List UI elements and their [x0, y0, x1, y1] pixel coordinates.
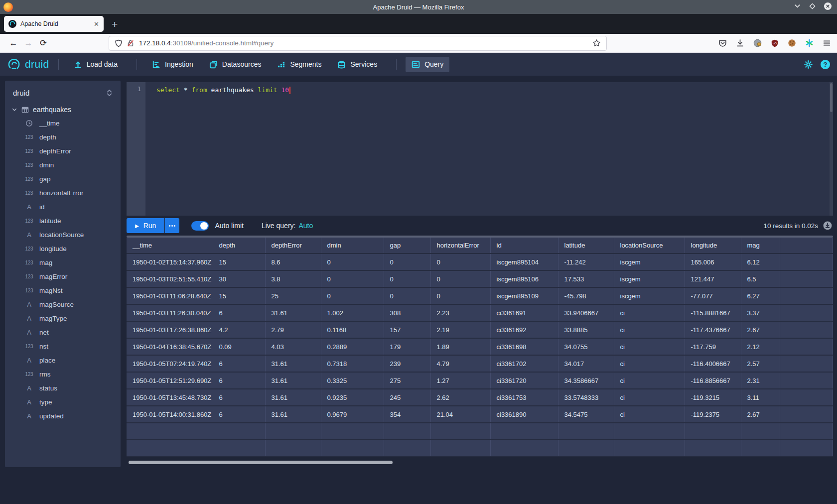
table-cell[interactable]: 31.61 — [265, 372, 321, 389]
table-cell[interactable]: -116.4006667 — [685, 355, 741, 372]
table-cell[interactable]: ci — [614, 372, 685, 389]
table-cell[interactable]: ci — [614, 338, 685, 355]
table-cell[interactable]: 0 — [321, 270, 384, 287]
table-cell[interactable]: 6 — [213, 372, 265, 389]
sidebar-column-magNst[interactable]: 123magNst — [5, 283, 121, 297]
table-cell[interactable]: 179 — [384, 338, 430, 355]
column-header-gap[interactable]: gap — [384, 238, 430, 253]
column-header-__time[interactable]: __time — [127, 238, 213, 253]
help-icon[interactable]: ? — [821, 60, 830, 69]
table-cell[interactable]: 34.5475 — [558, 406, 614, 423]
table-cell[interactable]: 275 — [384, 372, 430, 389]
table-cell[interactable]: 1950-01-05T07:24:19.740Z — [127, 355, 213, 372]
table-cell[interactable]: 4.2 — [213, 321, 265, 338]
table-cell[interactable]: ci — [614, 304, 685, 321]
table-cell[interactable]: 0.2889 — [321, 338, 384, 355]
sidebar-column-rms[interactable]: 123rms — [5, 367, 121, 381]
table-cell[interactable]: ci3361698 — [490, 338, 558, 355]
table-cell[interactable]: 1950-01-05T13:45:48.730Z — [127, 389, 213, 406]
tab-apache-druid[interactable]: Apache Druid ✕ — [4, 16, 104, 32]
table-cell[interactable]: 0 — [321, 253, 384, 270]
table-cell[interactable]: iscgem — [614, 270, 685, 287]
table-cell[interactable]: 157 — [384, 321, 430, 338]
run-button[interactable]: ▶ Run — [127, 218, 164, 233]
reload-button[interactable]: ⟳ — [36, 38, 51, 48]
horizontal-scrollbar[interactable] — [127, 460, 833, 465]
table-cell[interactable]: 1950-01-05T14:00:31.860Z — [127, 406, 213, 423]
druid-logo[interactable]: druid — [7, 57, 49, 72]
table-cell[interactable]: ci — [614, 355, 685, 372]
nav-item-segments[interactable]: Segments — [271, 57, 327, 72]
table-cell[interactable]: 0.7318 — [321, 355, 384, 372]
table-cell[interactable]: 25 — [265, 287, 321, 304]
nav-item-ingestion[interactable]: Ingestion — [146, 57, 199, 72]
settings-gear-icon[interactable] — [804, 60, 813, 69]
table-cell[interactable]: 6 — [213, 389, 265, 406]
url-bar[interactable]: 172.18.0.4:30109/unified-console.html#qu… — [109, 36, 607, 51]
table-cell[interactable]: 1.27 — [430, 372, 490, 389]
tab-close-icon[interactable]: ✕ — [94, 21, 99, 27]
table-cell[interactable]: 0 — [384, 270, 430, 287]
table-cell[interactable]: iscgem — [614, 287, 685, 304]
auto-limit-toggle[interactable] — [191, 221, 209, 231]
window-minimize-icon[interactable] — [794, 2, 801, 12]
table-cell[interactable]: 8.6 — [265, 253, 321, 270]
sidebar-column-updated[interactable]: Aupdated — [5, 409, 121, 423]
table-cell[interactable]: -117.4376667 — [685, 321, 741, 338]
back-button[interactable]: ← — [6, 38, 21, 48]
table-cell[interactable]: 34.017 — [558, 355, 614, 372]
double-caret-icon[interactable] — [106, 89, 113, 97]
table-cell[interactable]: -117.759 — [685, 338, 741, 355]
nav-item-datasources[interactable]: Datasources — [203, 57, 268, 72]
table-cell[interactable]: 6 — [213, 406, 265, 423]
table-cell[interactable]: ci3361753 — [490, 389, 558, 406]
pocket-icon[interactable] — [718, 39, 727, 47]
new-tab-button[interactable]: + — [112, 19, 118, 29]
sidebar-column-status[interactable]: Astatus — [5, 381, 121, 395]
table-cell[interactable]: -45.798 — [558, 287, 614, 304]
table-cell[interactable]: 0.3325 — [321, 372, 384, 389]
account-extension-icon[interactable] — [753, 39, 762, 47]
sidebar-column-magError[interactable]: 123magError — [5, 269, 121, 283]
ublock-icon[interactable]: uO — [771, 39, 779, 47]
table-cell[interactable]: 1.89 — [430, 338, 490, 355]
table-cell[interactable]: ci3361702 — [490, 355, 558, 372]
table-cell[interactable]: 1.002 — [321, 304, 384, 321]
table-cell[interactable]: 0.09 — [213, 338, 265, 355]
nav-item-load-data[interactable]: Load data — [68, 57, 124, 72]
chevron-down-icon[interactable] — [11, 107, 17, 113]
table-cell[interactable]: 2.31 — [741, 372, 780, 389]
table-cell[interactable]: 239 — [384, 355, 430, 372]
table-cell[interactable]: 31.61 — [265, 304, 321, 321]
table-cell[interactable]: 21.04 — [430, 406, 490, 423]
sidebar-column-dmin[interactable]: 123dmin — [5, 158, 121, 172]
table-cell[interactable]: 2.67 — [741, 406, 780, 423]
table-cell[interactable]: 6 — [213, 304, 265, 321]
table-cell[interactable]: 0 — [321, 287, 384, 304]
table-cell[interactable]: 31.61 — [265, 355, 321, 372]
hscroll-thumb[interactable] — [129, 461, 393, 464]
table-cell[interactable]: 34.0755 — [558, 338, 614, 355]
sidebar-column-horizontalError[interactable]: 123horizontalError — [5, 186, 121, 200]
table-cell[interactable]: ci3361691 — [490, 304, 558, 321]
sidebar-column-id[interactable]: Aid — [5, 200, 121, 214]
table-cell[interactable]: 3.8 — [265, 270, 321, 287]
nav-item-services[interactable]: Services — [331, 57, 383, 72]
table-cell[interactable]: 6 — [213, 355, 265, 372]
download-results-icon[interactable] — [823, 221, 832, 230]
sidebar-column-depth[interactable]: 123depth — [5, 130, 121, 144]
table-cell[interactable]: 6.27 — [741, 287, 780, 304]
editor-scrollbar[interactable] — [830, 82, 833, 216]
sidebar-column-net[interactable]: Anet — [5, 325, 121, 339]
sidebar-column-mag[interactable]: 123mag — [5, 255, 121, 269]
nav-item-query[interactable]: Query — [406, 57, 449, 72]
table-cell[interactable]: 6.5 — [741, 270, 780, 287]
table-cell[interactable]: 33.9406667 — [558, 304, 614, 321]
table-cell[interactable]: 31.61 — [265, 406, 321, 423]
table-cell[interactable]: 3.37 — [741, 304, 780, 321]
table-cell[interactable]: 2.79 — [265, 321, 321, 338]
sidebar-column-magType[interactable]: AmagType — [5, 311, 121, 325]
column-header-depthError[interactable]: depthError — [265, 238, 321, 253]
table-cell[interactable]: 1950-01-03T11:06:28.640Z — [127, 287, 213, 304]
column-header-locationSource[interactable]: locationSource — [614, 238, 685, 253]
